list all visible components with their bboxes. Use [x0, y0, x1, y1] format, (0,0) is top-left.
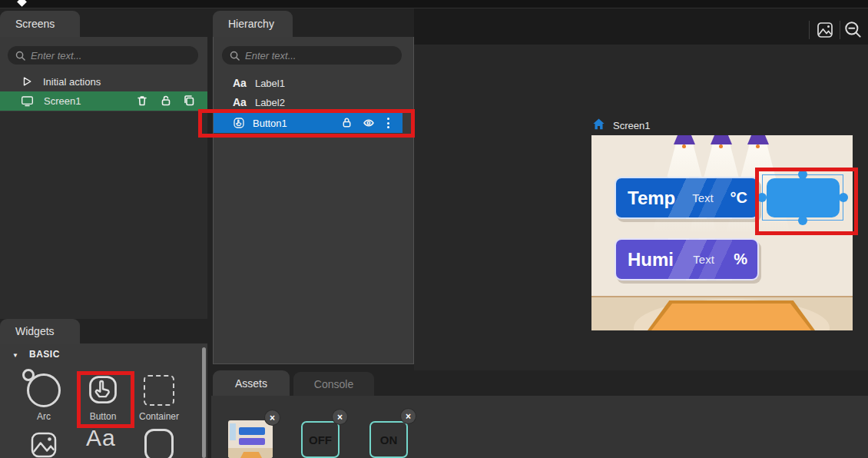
- label-type-icon: Aa: [233, 96, 247, 108]
- container-icon: [144, 375, 174, 406]
- widgets-scrollbar[interactable]: [202, 347, 206, 458]
- widget-container[interactable]: [144, 375, 174, 406]
- tab-widgets[interactable]: Widgets: [0, 319, 80, 344]
- tab-screens[interactable]: Screens: [0, 11, 80, 37]
- temp-widget[interactable]: Temp Text °C: [615, 177, 759, 219]
- lamp-icon: [747, 135, 769, 144]
- tab-console[interactable]: Console: [293, 372, 374, 396]
- temp-title: Temp: [628, 188, 675, 209]
- lamp-bulb: [682, 144, 686, 148]
- label-type-icon: Aa: [233, 77, 247, 89]
- temp-value: Text: [692, 191, 714, 204]
- screen-item-label: Screen1: [44, 95, 81, 107]
- screens-search[interactable]: [8, 46, 198, 65]
- tab-screens-label: Screens: [15, 18, 55, 30]
- lock-screen-icon[interactable]: [160, 95, 172, 107]
- widget-arc[interactable]: [27, 373, 61, 407]
- search-icon: [230, 51, 240, 61]
- expander-icon[interactable]: ▼: [12, 352, 18, 359]
- lamp-bulb: [756, 144, 760, 148]
- toolbar-separator: [840, 21, 840, 39]
- initial-actions-label: Initial actions: [43, 76, 101, 88]
- widget-arc-label: Arc: [15, 411, 73, 422]
- duplicate-screen-icon[interactable]: [183, 95, 195, 107]
- screen-item-screen1[interactable]: Screen1: [0, 91, 207, 111]
- asset-on-button[interactable]: ON: [369, 421, 408, 458]
- background-image-icon[interactable]: [816, 21, 834, 39]
- play-icon: [22, 76, 32, 87]
- image-icon: [28, 429, 59, 458]
- delete-screen-icon[interactable]: [136, 95, 148, 107]
- lamp-icon: [711, 135, 732, 144]
- humi-title: Humi: [628, 249, 674, 270]
- initial-actions-item[interactable]: Initial actions: [0, 72, 207, 91]
- search-icon: [15, 51, 25, 61]
- remove-asset-icon[interactable]: ×: [265, 410, 280, 425]
- hierarchy-item-label1[interactable]: Aa Label1: [214, 74, 413, 92]
- panel-icon: [144, 429, 174, 458]
- lamp-icon: [674, 135, 695, 144]
- widget-container-label: Container: [130, 411, 188, 422]
- widget-label[interactable]: Aa: [86, 425, 116, 451]
- screens-panel: Initial actions Screen1: [0, 37, 207, 319]
- humi-widget[interactable]: Humi Text %: [615, 238, 759, 280]
- tab-hierarchy[interactable]: Hierarchy: [213, 11, 293, 37]
- annotation-box-canvas-button: [755, 168, 858, 235]
- humi-value: Text: [693, 253, 714, 266]
- asset-off-button[interactable]: OFF: [301, 421, 340, 458]
- remove-asset-icon[interactable]: ×: [333, 410, 347, 424]
- hierarchy-panel: Aa Label1 Aa Label2 Button1: [213, 37, 414, 364]
- tab-assets[interactable]: Assets: [213, 370, 290, 396]
- canvas-toolbar: [414, 8, 868, 45]
- asset-off-label: OFF: [309, 433, 332, 446]
- toolbar-separator: [809, 21, 810, 39]
- tab-assets-label: Assets: [235, 377, 267, 390]
- screen-icon: [21, 95, 34, 108]
- humi-unit: %: [734, 251, 747, 268]
- arc-icon: [27, 373, 61, 407]
- widgets-section-basic: BASIC: [29, 349, 60, 360]
- tab-widgets-label: Widgets: [15, 325, 55, 337]
- annotation-box-hierarchy-button1: [198, 109, 415, 138]
- tab-console-label: Console: [314, 378, 353, 390]
- remove-asset-icon[interactable]: ×: [401, 409, 416, 423]
- screens-search-input[interactable]: [31, 50, 190, 61]
- room-table: [648, 300, 815, 330]
- tab-hierarchy-label: Hierarchy: [228, 18, 274, 30]
- hierarchy-item-name: Label1: [255, 78, 285, 89]
- annotation-box-widget-button: [77, 371, 134, 428]
- assets-panel: × OFF × ON ×: [211, 396, 868, 458]
- canvas-screen-label: Screen1: [613, 120, 650, 131]
- widget-image[interactable]: [28, 429, 59, 458]
- top-strip: [0, 0, 868, 8]
- temp-unit: °C: [731, 189, 747, 207]
- hierarchy-search-input[interactable]: [245, 50, 394, 61]
- hierarchy-search[interactable]: [222, 46, 402, 65]
- widget-panel[interactable]: [144, 429, 174, 458]
- home-icon: [591, 117, 606, 131]
- zoom-out-icon[interactable]: [843, 20, 863, 40]
- asset-on-label: ON: [380, 433, 398, 446]
- asset-image-thumbnail[interactable]: [228, 420, 273, 458]
- lamp-bulb: [719, 144, 723, 148]
- hierarchy-item-name: Label2: [255, 97, 285, 108]
